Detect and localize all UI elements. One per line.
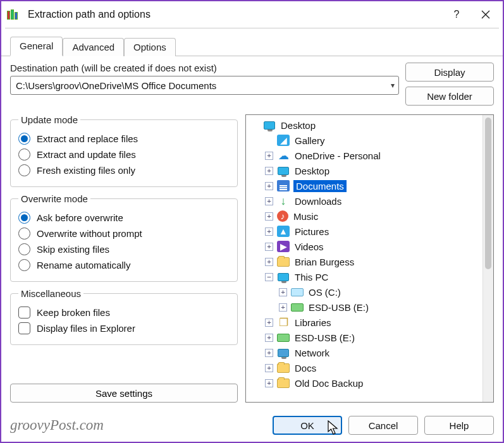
update-mode-group: Update mode Extract and replace files Ex… [10,114,238,187]
expand-toggle-icon[interactable]: + [265,182,273,190]
main-columns: Update mode Extract and replace files Ex… [10,114,494,403]
expand-toggle-icon[interactable]: + [265,319,273,327]
tab-options[interactable]: Options [124,38,176,56]
tree-item-label: Old Doc Backup [293,377,364,389]
expand-toggle-icon[interactable]: + [265,349,273,357]
winrar-app-icon [6,8,22,21]
help-button[interactable]: Help [424,416,494,435]
tree-item[interactable]: +Brian Burgess [247,254,481,269]
tree-item-label: Desktop [280,119,317,131]
radio-fresh-existing[interactable]: Fresh existing files only [18,164,230,176]
checkbox-icon [18,322,30,334]
new-folder-button[interactable]: New folder [405,87,494,106]
tree-item[interactable]: +Old Doc Backup [247,375,481,391]
tree-item-label: ESD-USB (E:) [293,332,356,344]
tab-advanced[interactable]: Advanced [63,38,124,56]
overwrite-mode-legend: Overwrite mode [18,193,90,204]
update-mode-legend: Update mode [18,114,80,125]
check-display-explorer[interactable]: Display files in Explorer [18,322,230,334]
expand-toggle-icon[interactable]: − [265,273,273,281]
radio-icon [18,164,30,176]
radio-ask-overwrite[interactable]: Ask before overwrite [18,212,230,224]
radio-extract-update[interactable]: Extract and update files [18,149,230,161]
cancel-button[interactable]: Cancel [348,416,418,435]
close-titlebar-button[interactable] [471,1,500,28]
ok-button[interactable]: OK [273,416,342,435]
tree-item[interactable]: +♪Music [247,209,481,224]
titlebar: Extraction path and options ? [1,1,503,28]
tree-item[interactable]: ◢Gallery [247,133,481,148]
tree-item-label: OneDrive - Personal [293,150,382,162]
expand-spacer [251,121,259,130]
tree-item[interactable]: +❐Libraries [247,315,481,330]
tree-item-label: Documents [293,180,347,192]
expand-toggle-icon[interactable]: + [265,228,273,236]
help-titlebar-button[interactable]: ? [442,1,471,28]
tree-item-label: Network [293,347,331,359]
tree-item[interactable]: −This PC [247,269,481,284]
tree-item[interactable]: +▶Videos [247,239,481,254]
tree-item[interactable]: +▲Pictures [247,224,481,239]
dialog-window: Extraction path and options ? General Ad… [0,0,504,443]
tree-item[interactable]: +↓Downloads [247,193,481,209]
expand-toggle-icon[interactable]: + [265,379,273,387]
expand-toggle-icon[interactable]: + [265,152,273,160]
misc-group: Miscellaneous Keep broken files Display … [10,288,238,345]
tree-item[interactable]: +ESD-USB (E:) [247,300,481,315]
tree-item-label: Videos [293,241,325,253]
expand-toggle-icon[interactable]: + [265,364,273,372]
expand-toggle-icon[interactable]: + [279,288,287,296]
radio-skip-existing[interactable]: Skip existing files [18,243,230,255]
expand-toggle-icon[interactable]: + [265,167,273,175]
tree-item-label: Pictures [293,226,330,238]
tree-item[interactable]: +ESD-USB (E:) [247,330,481,345]
watermark-text: groovyPost.com [10,417,266,434]
tree-item-label: Gallery [293,135,326,147]
tree-item-label: Libraries [293,317,333,329]
tree-scrollbar[interactable] [482,115,493,402]
window-title: Extraction path and options [28,9,442,20]
checkbox-icon [18,306,30,319]
destination-row: Destination path (will be created if doe… [10,63,494,106]
tree-item-label: Brian Burgess [293,256,355,268]
options-column: Update mode Extract and replace files Ex… [10,114,238,403]
tree-item[interactable]: Desktop [247,118,481,133]
expand-toggle-icon[interactable]: + [265,258,273,266]
tree-item[interactable]: +☁OneDrive - Personal [247,148,481,163]
folder-tree-panel: Desktop◢Gallery+☁OneDrive - Personal+Des… [245,114,494,403]
tree-item[interactable]: +Docs [247,360,481,375]
close-icon [481,10,490,19]
expand-toggle-icon[interactable]: + [265,334,273,342]
expand-toggle-icon[interactable]: + [279,303,287,312]
radio-icon [18,149,30,161]
tree-item[interactable]: +Documents [247,178,481,193]
tree-item-label: Music [292,210,319,222]
destination-path-value: C:\Users\groov\OneDrive\MS Office Docume… [16,80,216,91]
expand-toggle-icon[interactable]: + [265,197,273,205]
chevron-down-icon: ▾ [391,81,395,90]
radio-rename-auto[interactable]: Rename automatically [18,259,230,271]
tree-item-label: This PC [293,271,329,283]
dialog-body: Destination path (will be created if doe… [1,56,503,409]
tab-general[interactable]: General [10,37,63,56]
radio-overwrite-no-prompt[interactable]: Overwrite without prompt [18,228,230,240]
check-keep-broken[interactable]: Keep broken files [18,306,230,319]
destination-label: Destination path (will be created if doe… [10,63,399,73]
radio-icon [18,228,30,240]
tree-item[interactable]: +OS (C:) [247,284,481,300]
tab-row: General Advanced Options [1,28,503,56]
scrollbar-thumb[interactable] [485,118,491,269]
radio-icon [18,212,30,224]
save-settings-button[interactable]: Save settings [10,384,238,403]
expand-spacer [265,137,273,145]
tree-item[interactable]: +Network [247,345,481,360]
radio-extract-replace[interactable]: Extract and replace files [18,133,230,145]
expand-toggle-icon[interactable]: + [265,212,273,221]
tree-item[interactable]: +Desktop [247,163,481,178]
radio-icon [18,133,30,145]
display-button[interactable]: Display [405,63,494,82]
expand-toggle-icon[interactable]: + [265,243,273,251]
folder-tree[interactable]: Desktop◢Gallery+☁OneDrive - Personal+Des… [246,115,482,402]
destination-path-combo[interactable]: C:\Users\groov\OneDrive\MS Office Docume… [10,76,399,95]
overwrite-mode-group: Overwrite mode Ask before overwrite Over… [10,193,238,282]
